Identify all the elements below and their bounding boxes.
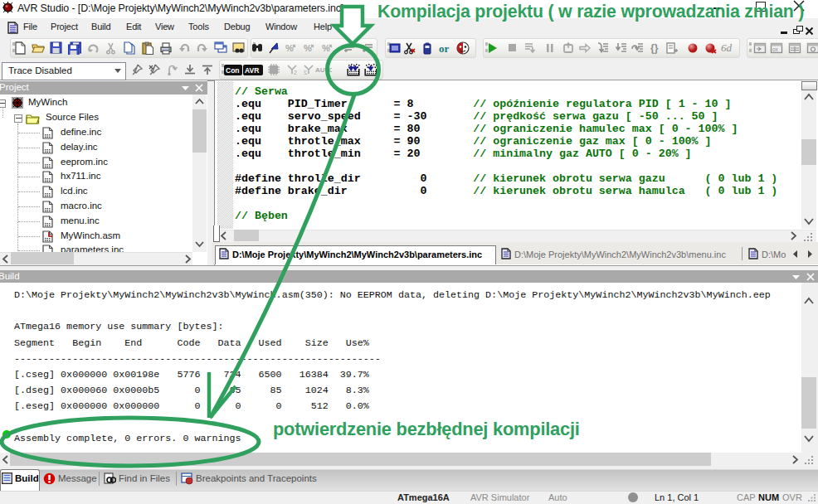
svg-text:ox: ox (772, 46, 779, 52)
svg-text:AUTO: AUTO (315, 66, 332, 74)
svg-text:%: % (322, 43, 330, 53)
svg-text:AVR: AVR (245, 66, 259, 75)
svg-text:2: 2 (294, 70, 297, 75)
svg-text:Con: Con (226, 66, 240, 75)
svg-text:6d: 6d (721, 41, 733, 54)
svg-text:or: or (439, 42, 450, 55)
svg-text:{}: {} (650, 42, 659, 54)
svg-text:2: 2 (304, 70, 307, 75)
svg-text:%: % (304, 43, 312, 53)
svg-text:%: % (285, 43, 294, 53)
